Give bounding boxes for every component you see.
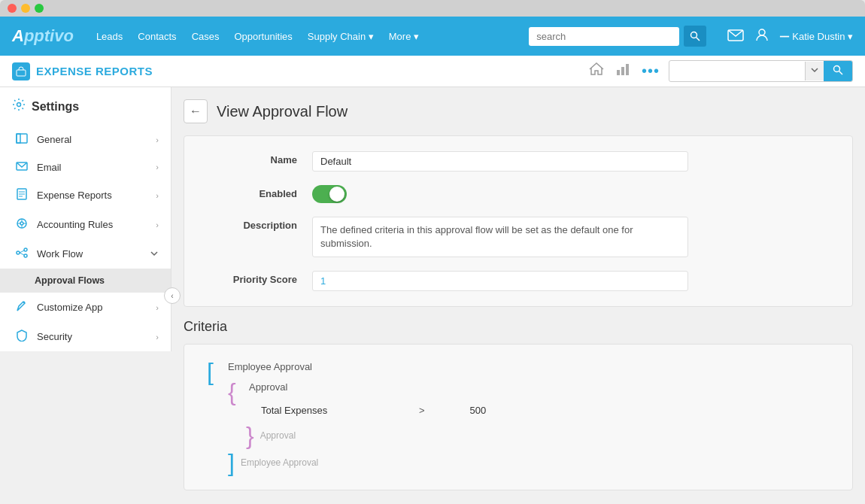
search-container [529, 26, 706, 47]
more-icon[interactable]: ••• [639, 59, 663, 83]
content-area: ← View Approval Flow Name Default Enable… [171, 87, 865, 504]
search-input[interactable] [529, 27, 679, 46]
outer-group-label: Employee Approval [228, 360, 830, 372]
name-value: Default [312, 151, 688, 172]
user-menu-button[interactable]: ━━ Katie Dustin ▾ [780, 31, 853, 42]
accounting-rules-label: Accounting Rules [37, 219, 148, 230]
settings-header: Settings [0, 87, 171, 126]
rule-operator: > [419, 405, 425, 416]
svg-point-24 [17, 251, 20, 254]
svg-rect-12 [17, 134, 20, 143]
app-search-dropdown[interactable] [805, 62, 824, 80]
general-label: General [37, 134, 148, 145]
page-header: ← View Approval Flow [184, 99, 853, 123]
inbox-icon[interactable] [727, 28, 744, 44]
customize-app-icon [14, 300, 29, 314]
svg-point-26 [24, 254, 27, 257]
maximize-button[interactable] [35, 4, 44, 13]
chart-icon[interactable] [613, 59, 633, 83]
svg-line-9 [839, 71, 843, 75]
enabled-toggle[interactable] [312, 185, 347, 203]
top-nav: Apptivo Leads Contacts Cases Opportuniti… [0, 17, 865, 56]
work-flow-chevron [150, 249, 159, 260]
app-search-input[interactable] [669, 62, 805, 80]
app-bar-search [669, 60, 853, 82]
svg-point-0 [691, 32, 697, 38]
description-label: Description [207, 217, 297, 231]
app-bar: EXPENSE REPORTS ••• [0, 56, 865, 87]
security-label: Security [37, 331, 148, 342]
accounting-rules-chevron: › [156, 220, 159, 229]
svg-point-8 [834, 66, 840, 72]
window-chrome [0, 0, 865, 17]
sidebar-item-expense-reports[interactable]: Expense Reports › [0, 181, 171, 210]
outer-criteria-group: [ Employee Approval { Approval Total Exp… [207, 360, 830, 475]
search-button[interactable] [684, 26, 706, 47]
svg-rect-4 [17, 70, 26, 76]
email-chevron: › [156, 162, 159, 172]
security-icon [14, 329, 29, 344]
customize-app-label: Customize App [37, 302, 148, 313]
criteria-rule-row: Total Expenses > 500 [246, 400, 830, 421]
back-button[interactable]: ← [184, 99, 208, 123]
minimize-button[interactable] [21, 4, 30, 13]
work-flow-label: Work Flow [37, 248, 142, 260]
svg-line-27 [20, 250, 24, 253]
nav-more[interactable]: More ▾ [389, 31, 419, 42]
settings-label: Settings [32, 100, 79, 114]
toggle-knob [329, 187, 344, 202]
approval-flows-label: Approval Flows [35, 275, 105, 286]
app-search-button[interactable] [824, 61, 852, 81]
name-row: Name Default [207, 151, 830, 172]
inner-bracket-open: { [228, 380, 236, 404]
nav-cases[interactable]: Cases [192, 31, 220, 42]
outer-close-label: Employee Approval [241, 457, 318, 468]
form-card: Name Default Enabled Description The def… [184, 135, 853, 307]
description-row: Description The defined criteria in this… [207, 217, 830, 257]
home-icon[interactable] [586, 59, 607, 83]
outer-bracket-close: ] [228, 451, 235, 475]
app-logo[interactable]: Apptivo [12, 26, 74, 46]
sidebar-item-security[interactable]: Security › [0, 322, 171, 351]
rule-field: Total Expenses [261, 405, 374, 416]
sidebar-item-general[interactable]: General › [0, 126, 171, 153]
work-flow-icon [14, 247, 29, 261]
general-icon [14, 133, 29, 146]
sidebar-collapse-button[interactable]: ‹ [164, 287, 181, 304]
name-label: Name [207, 151, 297, 165]
sidebar-item-email[interactable]: Email › [0, 153, 171, 181]
inner-close-label: Approval [260, 430, 296, 441]
expense-reports-icon [14, 188, 29, 202]
sidebar-wrapper: Settings General › [0, 87, 171, 504]
sidebar-item-accounting-rules[interactable]: Accounting Rules › [0, 210, 171, 239]
sidebar-item-work-flow[interactable]: Work Flow [0, 239, 171, 269]
nav-contacts[interactable]: Contacts [138, 31, 176, 42]
nav-leads[interactable]: Leads [96, 31, 123, 42]
nav-opportunities[interactable]: Opportunities [234, 31, 292, 42]
sidebar-item-approval-flows[interactable]: Approval Flows [0, 269, 171, 293]
sidebar: Settings General › [0, 87, 171, 351]
criteria-title: Criteria [184, 319, 853, 335]
svg-rect-11 [17, 134, 27, 143]
svg-rect-6 [621, 67, 624, 75]
inner-close-row: } Approval [246, 424, 830, 448]
enabled-toggle-container [312, 185, 347, 203]
svg-line-1 [697, 38, 700, 41]
security-chevron: › [156, 332, 159, 342]
user-icon[interactable] [754, 27, 769, 45]
svg-rect-5 [617, 70, 620, 75]
email-icon [14, 161, 29, 173]
nav-icons: ━━ Katie Dustin ▾ [727, 27, 853, 45]
svg-point-25 [24, 248, 27, 251]
close-button[interactable] [8, 4, 17, 13]
inner-criteria-group: { Approval Total Expenses > 500 } Approv… [228, 380, 830, 448]
rule-value: 500 [470, 405, 487, 416]
svg-line-28 [20, 253, 24, 255]
email-label: Email [37, 162, 148, 173]
general-chevron: › [156, 135, 159, 144]
app-title: EXPENSE REPORTS [36, 65, 153, 77]
description-value: The defined criteria in this approval fl… [312, 217, 688, 257]
nav-supply-chain[interactable]: Supply Chain ▾ [308, 31, 374, 42]
customize-app-chevron: › [156, 303, 159, 312]
sidebar-item-customize-app[interactable]: Customize App › [0, 293, 171, 322]
